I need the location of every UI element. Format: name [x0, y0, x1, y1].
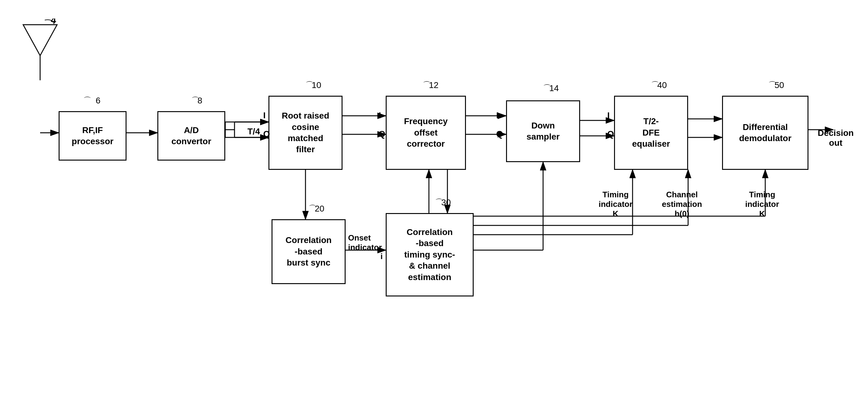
adc-label: A/D convertor: [171, 125, 211, 147]
diff-demod-block: Differential demodulator: [722, 96, 808, 170]
rf-if-label: RF,IF processor: [71, 125, 113, 147]
adc-block: A/D convertor: [157, 111, 225, 160]
corr-timing-label: Correlation -based timing sync- & channe…: [404, 227, 455, 283]
svg-marker-0: [23, 25, 57, 56]
q-label-2: Q: [379, 129, 385, 139]
q-label-4: Q: [607, 129, 614, 139]
i-label-2: I: [379, 111, 381, 120]
ref50-curve: ⌒: [768, 80, 776, 90]
svg-text:4: 4: [51, 19, 56, 25]
corr-timing-block: Correlation -based timing sync- & channe…: [386, 213, 474, 296]
i-label-4: I: [607, 111, 610, 120]
q-label-1: Q: [263, 129, 270, 139]
down-sampler-label: Down sampler: [526, 120, 559, 143]
t2dfe-block: T/2- DFE equaliser: [614, 96, 688, 170]
rrc-filter-block: Root raised cosine matched filter: [269, 96, 342, 170]
freq-offset-block: Frequency offset corrector: [386, 96, 466, 170]
antenna-icon: 4: [17, 19, 63, 96]
rf-if-ref: 6: [96, 96, 101, 106]
timing-k-left-label: TimingindicatorK: [599, 190, 632, 218]
i-label-3: I: [496, 111, 499, 120]
freq-offset-label: Frequency offset corrector: [404, 116, 448, 149]
ref8-curve: ⌒: [191, 95, 199, 106]
down-sampler-block: Down sampler: [506, 100, 580, 162]
corr-burst-label: Correlation -based burst sync: [285, 235, 332, 268]
ref10-curve: ⌒: [306, 80, 313, 90]
ref40-curve: ⌒: [651, 80, 659, 90]
decision-out-label: Decisionout: [818, 128, 854, 148]
timing-k-right-label: TimingindicatorK: [745, 190, 779, 218]
ref14-curve: ⌒: [543, 83, 551, 94]
onset-indicator-label: Onsetindicator: [348, 233, 382, 252]
arrows-svg: [0, 0, 868, 411]
onset-i-label: i: [380, 252, 383, 261]
ref30-curve: ⌒: [435, 197, 443, 208]
rf-if-block: RF,IF processor: [59, 111, 126, 160]
ref20-curve: ⌒: [309, 203, 317, 214]
t2dfe-label: T/2- DFE equaliser: [632, 116, 670, 149]
diagram: 4 RF,IF processor 6 ⌒ A/D convertor 8 ⌒ …: [0, 0, 868, 411]
q-label-3: Q: [496, 129, 503, 139]
corr-burst-block: Correlation -based burst sync: [272, 219, 346, 284]
channel-est-label: Channelestimationh(0): [662, 190, 702, 218]
ref12-curve: ⌒: [423, 80, 431, 90]
i-label-1: I: [263, 111, 266, 120]
diff-demod-label: Differential demodulator: [739, 122, 792, 144]
t4-label: T/4: [247, 126, 260, 137]
rrc-label: Root raised cosine matched filter: [282, 110, 329, 155]
ref6-curve: ⌒: [83, 95, 91, 106]
